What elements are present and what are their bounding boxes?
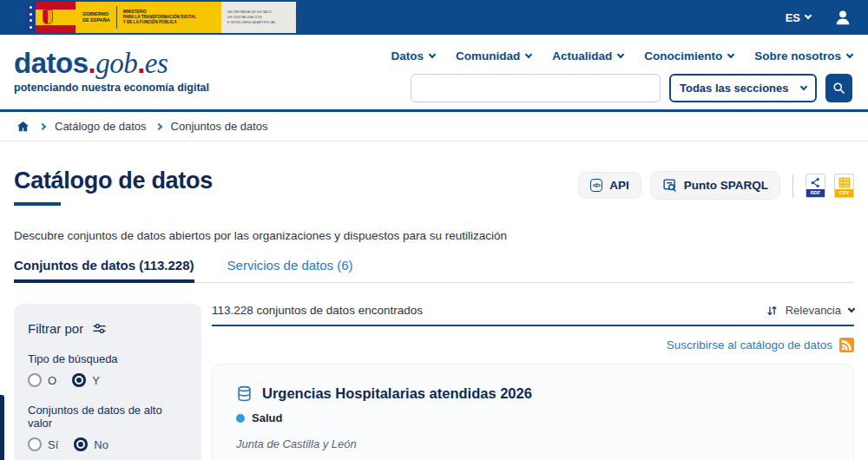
search-type-label: Tipo de búsqueda <box>28 352 187 365</box>
radio-unchecked-icon[interactable] <box>28 373 42 387</box>
share-graph-icon <box>810 177 821 188</box>
secretaria-text: SECRETARÍA DE ESTADO DE DIGITALIZACIÓN E… <box>227 10 290 25</box>
chevron-down-icon <box>617 50 624 57</box>
sliders-filter-icon[interactable] <box>92 322 107 335</box>
search-input[interactable] <box>411 74 661 102</box>
sort-selector[interactable]: Relevancia <box>766 304 854 317</box>
document-search-icon <box>662 178 677 193</box>
breadcrumb: Catálogo de datos Conjuntos de datos <box>0 112 868 141</box>
chevron-down-icon <box>727 50 734 57</box>
subscribe-link[interactable]: Suscribirse al catálogo de datos <box>667 338 832 352</box>
coat-of-arms <box>43 10 53 24</box>
language-label: ES <box>786 11 800 24</box>
search-icon <box>832 82 845 95</box>
breadcrumb-conjuntos[interactable]: Conjuntos de datos <box>171 120 268 133</box>
divider <box>792 174 793 197</box>
chevron-down-icon <box>846 50 853 57</box>
language-selector[interactable]: ES <box>786 11 811 24</box>
gobierno-text: GOBIERNO DE ESPAÑA <box>82 11 110 23</box>
search-button[interactable] <box>825 74 852 102</box>
dataset-publisher: Junta de Castilla y León <box>236 437 830 450</box>
nav-item-comunidad[interactable]: Comunidad <box>456 49 531 62</box>
spain-flag <box>36 2 76 33</box>
page-title: Catálogo de datos <box>14 168 213 194</box>
user-icon[interactable] <box>833 8 852 27</box>
breadcrumb-separator-icon <box>39 122 46 129</box>
logo-gob: gob <box>95 48 137 79</box>
main-nav: Datos Comunidad Actualidad Conocimiento … <box>391 49 852 62</box>
logo-dot: . <box>89 47 96 79</box>
page-description: Descubre conjuntos de datos abiertos por… <box>14 229 854 242</box>
table-icon <box>838 177 851 188</box>
main-content: Catálogo de datos </> API Punto SPARQL <box>0 141 868 460</box>
chevron-down-icon <box>429 50 436 57</box>
government-topbar: GOBIERNO DE ESPAÑA MINISTERIO PARA LA TR… <box>0 0 868 35</box>
rdf-label: RDF <box>806 189 825 197</box>
radio-unchecked-icon[interactable] <box>28 437 42 451</box>
tab-servicios-de-datos[interactable]: Servicios de datos (6) <box>227 258 353 282</box>
section-select-value: Todas las secciones <box>680 82 789 95</box>
radio-checked-icon[interactable] <box>74 437 88 451</box>
nav-item-datos[interactable]: Datos <box>391 49 435 62</box>
title-underline <box>14 202 61 206</box>
rss-icon[interactable] <box>839 338 854 352</box>
csv-download-icon[interactable]: CSV <box>834 174 854 198</box>
page-edge-tab[interactable] <box>0 395 4 460</box>
code-icon: </> <box>590 179 603 192</box>
chevron-down-icon <box>800 82 807 89</box>
site-header: datos.gob.es potenciando nuestra economí… <box>0 35 868 112</box>
government-logo[interactable]: GOBIERNO DE ESPAÑA MINISTERIO PARA LA TR… <box>26 2 296 33</box>
breadcrumb-catalogo[interactable]: Catálogo de datos <box>55 120 147 133</box>
logo-dot: . <box>137 47 145 79</box>
breadcrumb-separator-icon <box>155 122 161 129</box>
tab-conjuntos-de-datos[interactable]: Conjuntos de datos (113.228) <box>14 258 194 283</box>
logo-datos: datos <box>14 47 89 79</box>
site-logo[interactable]: datos.gob.es potenciando nuestra economí… <box>14 43 209 109</box>
dataset-category: Salud <box>252 411 282 424</box>
logo-tagline: potenciando nuestra economía digital <box>14 82 209 94</box>
section-select[interactable]: Todas las secciones <box>669 74 817 102</box>
rdf-download-icon[interactable]: RDF <box>806 174 825 198</box>
tabs: Conjuntos de datos (113.228) Servicios d… <box>14 258 854 283</box>
nav-item-actualidad[interactable]: Actualidad <box>552 49 623 62</box>
sort-label: Relevancia <box>786 304 841 317</box>
divider <box>212 325 854 326</box>
results-panel: 113.228 conjuntos de datos encontrados R… <box>212 304 854 460</box>
dataset-result-card[interactable]: Urgencias Hospitalarias atendidas 2026 S… <box>212 364 854 460</box>
eu-stars-stripe <box>26 2 36 33</box>
logo-es: es <box>145 48 168 79</box>
high-value-label: Conjuntos de datos de alto valor <box>28 404 187 430</box>
secretaria-box: SECRETARÍA DE ESTADO DE DIGITALIZACIÓN E… <box>221 2 296 33</box>
ministerio-text: MINISTERIO PARA LA TRANSFORMACIÓN DIGITA… <box>123 10 214 26</box>
chevron-down-icon <box>848 305 855 312</box>
radio-checked-icon[interactable] <box>72 373 86 387</box>
radio-option-o[interactable]: O <box>28 373 56 387</box>
sort-arrows-icon <box>766 305 778 317</box>
home-icon[interactable] <box>16 120 30 134</box>
database-icon <box>236 385 253 402</box>
filter-title: Filtrar por <box>28 321 83 336</box>
results-count: 113.228 conjuntos de datos encontrados <box>212 304 423 317</box>
csv-label: CSV <box>835 189 853 197</box>
category-dot-icon <box>236 414 245 423</box>
api-button[interactable]: </> API <box>578 172 641 199</box>
radio-option-si[interactable]: Sí <box>28 437 58 451</box>
ministry-box: GOBIERNO DE ESPAÑA MINISTERIO PARA LA TR… <box>76 2 221 33</box>
chevron-down-icon <box>525 50 532 57</box>
radio-option-y[interactable]: Y <box>72 373 100 387</box>
filter-sidebar: Filtrar por Tipo de búsqueda O Y <box>14 304 201 460</box>
nav-item-conocimiento[interactable]: Conocimiento <box>644 49 733 62</box>
chevron-down-icon <box>805 12 812 19</box>
nav-item-sobre-nosotros[interactable]: Sobre nosotros <box>754 49 852 62</box>
dataset-title[interactable]: Urgencias Hospitalarias atendidas 2026 <box>262 385 532 402</box>
sparql-button[interactable]: Punto SPARQL <box>650 171 780 200</box>
radio-option-no[interactable]: No <box>74 437 108 451</box>
